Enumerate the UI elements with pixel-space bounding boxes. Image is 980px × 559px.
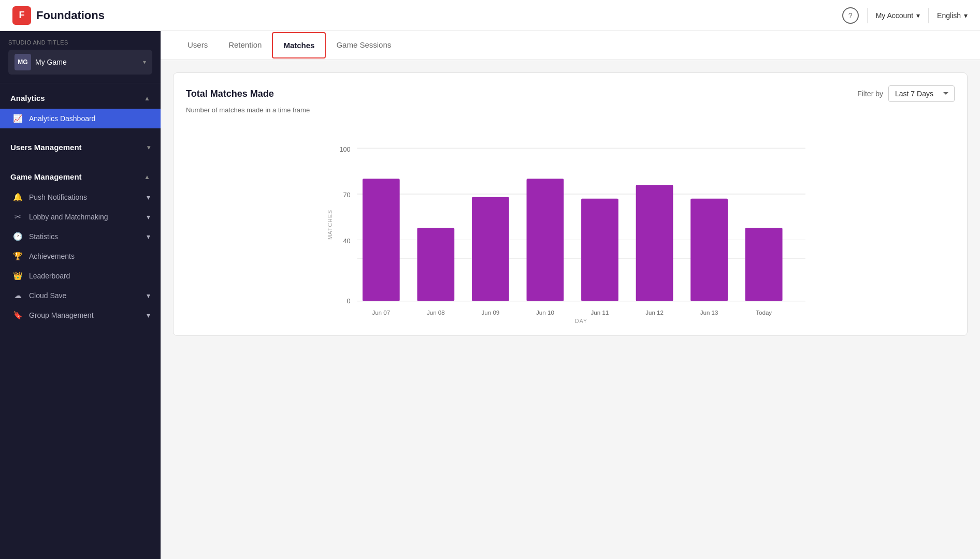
nav-section-analytics: Analytics ▲ 📈 Analytics Dashboard	[0, 83, 161, 133]
studio-selector[interactable]: MG My Game ▾	[8, 50, 152, 75]
svg-text:Jun 08: Jun 08	[427, 309, 445, 316]
leaderboard-icon: 👑	[12, 271, 23, 281]
header-separator-2	[928, 8, 929, 23]
studio-avatar: MG	[15, 54, 31, 70]
sidebar-item-lobby-matchmaking[interactable]: ✂ Lobby and Matchmaking ▾	[0, 207, 161, 227]
analytics-chevron-icon: ▲	[144, 95, 150, 102]
svg-text:Jun 12: Jun 12	[645, 309, 664, 316]
svg-text:Jun 11: Jun 11	[591, 309, 609, 316]
statistics-chevron-icon: ▾	[147, 232, 150, 241]
language-button[interactable]: English ▾	[937, 11, 968, 20]
nav-section-game-management: Game Management ▲ 🔔 Push Notifications ▾…	[0, 162, 161, 329]
analytics-dashboard-icon: 📈	[12, 114, 23, 123]
svg-text:Jun 09: Jun 09	[481, 309, 499, 316]
group-management-icon: 🔖	[12, 311, 23, 320]
bar-jun07	[363, 179, 400, 301]
bar-jun10	[527, 179, 564, 301]
sidebar-item-analytics-dashboard[interactable]: 📈 Analytics Dashboard	[0, 109, 161, 128]
sidebar-item-achievements[interactable]: 🏆 Achievements	[0, 246, 161, 266]
svg-text:Jun 07: Jun 07	[372, 309, 390, 316]
push-notifications-icon: 🔔	[12, 193, 23, 202]
header-right: ? My Account ▾ English ▾	[842, 7, 968, 24]
header-separator	[867, 8, 868, 23]
tab-game-sessions[interactable]: Game Sessions	[326, 31, 401, 60]
studio-label: STUDIO AND TITLES	[8, 39, 152, 46]
tab-matches[interactable]: Matches	[272, 32, 326, 58]
users-chevron-icon: ▾	[147, 144, 150, 151]
sidebar-item-cloud-save[interactable]: ☁ Cloud Save ▾	[0, 286, 161, 305]
sidebar-item-push-notifications[interactable]: 🔔 Push Notifications ▾	[0, 187, 161, 207]
bar-chart-wrapper: 0 40 70 100 MATCHES	[186, 126, 955, 323]
tab-users[interactable]: Users	[177, 31, 218, 60]
achievements-icon: 🏆	[12, 252, 23, 261]
svg-text:Jun 13: Jun 13	[700, 309, 718, 316]
sidebar-item-group-management[interactable]: 🔖 Group Management ▾	[0, 305, 161, 325]
svg-text:40: 40	[343, 238, 351, 245]
group-mgmt-chevron-icon: ▾	[147, 311, 150, 319]
filter-area: Filter by Last 7 Days Last 30 Days Last …	[857, 85, 955, 102]
lobby-matchmaking-icon: ✂	[12, 212, 23, 222]
svg-text:DAY: DAY	[575, 318, 587, 323]
bar-jun08	[417, 228, 454, 301]
chart-subtitle: Number of matches made in a time frame	[186, 106, 955, 114]
sidebar-item-statistics[interactable]: 🕐 Statistics ▾	[0, 227, 161, 246]
bar-jun11	[581, 199, 618, 301]
nav-group-analytics[interactable]: Analytics ▲	[0, 87, 161, 109]
bar-jun12	[636, 185, 673, 301]
studio-chevron-icon: ▾	[143, 58, 146, 66]
chart-header: Total Matches Made Filter by Last 7 Days…	[186, 85, 955, 102]
logo-area: F Foundations	[12, 6, 105, 25]
svg-text:Jun 10: Jun 10	[536, 309, 554, 316]
bar-chart: 0 40 70 100 MATCHES	[186, 126, 955, 323]
cloud-save-icon: ☁	[12, 291, 23, 300]
svg-text:100: 100	[340, 146, 351, 153]
svg-text:0: 0	[347, 298, 351, 305]
sidebar-item-leaderboard[interactable]: 👑 Leaderboard	[0, 266, 161, 286]
logo-icon: F	[12, 6, 31, 25]
lobby-chevron-icon: ▾	[147, 213, 150, 221]
bar-today	[745, 228, 783, 301]
help-button[interactable]: ?	[842, 7, 859, 24]
tab-retention[interactable]: Retention	[218, 31, 272, 60]
logo-text: Foundations	[36, 9, 105, 22]
svg-text:MATCHES: MATCHES	[327, 210, 333, 240]
bar-jun13	[690, 199, 728, 301]
cloud-save-chevron-icon: ▾	[147, 291, 150, 300]
bar-jun09	[472, 197, 509, 301]
chart-card: Total Matches Made Filter by Last 7 Days…	[173, 72, 968, 336]
filter-label: Filter by	[857, 90, 883, 98]
lang-chevron-icon: ▾	[964, 11, 968, 20]
game-mgmt-chevron-icon: ▲	[144, 173, 150, 181]
nav-group-users[interactable]: Users Management ▾	[0, 137, 161, 158]
nav-section-users: Users Management ▾	[0, 133, 161, 162]
tabs-bar: Users Retention Matches Game Sessions	[161, 31, 980, 60]
account-chevron-icon: ▾	[916, 11, 920, 20]
studio-section: STUDIO AND TITLES MG My Game ▾	[0, 31, 161, 83]
svg-text:Today: Today	[756, 309, 772, 316]
filter-select[interactable]: Last 7 Days Last 30 Days Last 90 Days	[888, 85, 955, 102]
my-account-button[interactable]: My Account ▾	[876, 11, 920, 20]
sidebar: STUDIO AND TITLES MG My Game ▾ Analytics…	[0, 31, 161, 559]
svg-text:70: 70	[343, 192, 351, 199]
studio-name: My Game	[35, 58, 139, 66]
push-notifications-chevron-icon: ▾	[147, 193, 150, 201]
main-layout: STUDIO AND TITLES MG My Game ▾ Analytics…	[0, 31, 980, 559]
chart-container: Total Matches Made Filter by Last 7 Days…	[161, 60, 980, 559]
content-area: Users Retention Matches Game Sessions To…	[161, 31, 980, 559]
chart-title: Total Matches Made	[186, 89, 274, 99]
nav-group-game-management[interactable]: Game Management ▲	[0, 166, 161, 187]
top-header: F Foundations ? My Account ▾ English ▾	[0, 0, 980, 31]
statistics-icon: 🕐	[12, 232, 23, 241]
